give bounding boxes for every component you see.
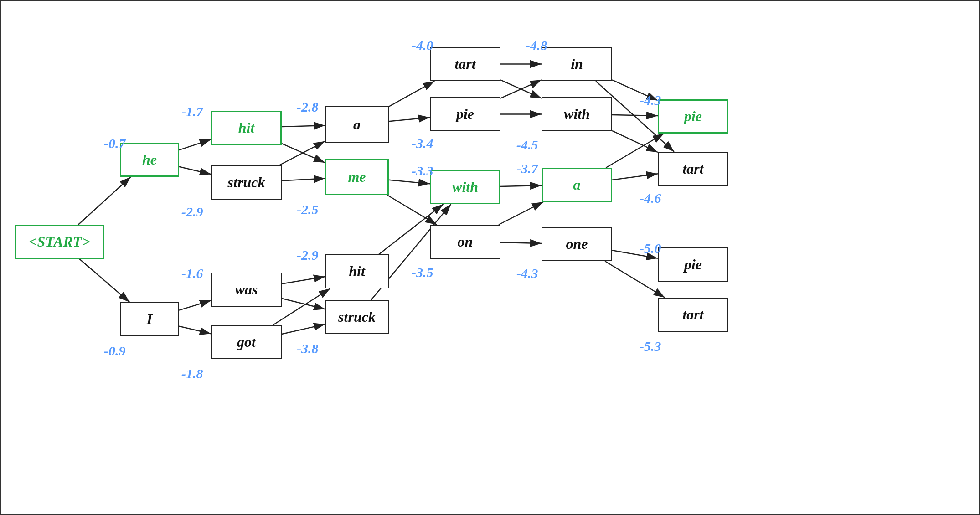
diagram-canvas: <START>heIhitstruckwasgotamehitstrucktar…: [0, 0, 980, 515]
score-s_a: -2.8: [297, 99, 319, 115]
svg-line-33: [612, 174, 658, 180]
score-s_hit1: -1.7: [181, 104, 203, 119]
score-s_with1: -3.3: [412, 163, 433, 179]
svg-line-17: [389, 180, 430, 184]
svg-line-16: [389, 118, 430, 122]
svg-line-15: [389, 81, 434, 107]
svg-line-26: [499, 202, 543, 225]
node-hit1: hit: [211, 111, 282, 145]
svg-line-2: [79, 259, 129, 302]
node-was: was: [211, 273, 282, 307]
svg-line-25: [500, 185, 542, 186]
svg-line-31: [612, 131, 658, 152]
score-s_pie3: -5.0: [640, 241, 661, 256]
node-with1: with: [430, 170, 500, 204]
node-one: one: [542, 227, 612, 261]
svg-line-10: [282, 179, 325, 181]
score-s_pie1: -3.4: [412, 136, 433, 151]
score-s_pie2: -4.3: [640, 93, 661, 108]
node-a2: a: [542, 168, 612, 202]
score-s_on: -3.5: [412, 265, 433, 280]
node-on: on: [430, 225, 500, 259]
score-s_tart2: -4.6: [640, 191, 661, 206]
svg-line-12: [282, 299, 325, 309]
node-with2: with: [542, 97, 612, 131]
score-s_was: -1.6: [181, 266, 203, 281]
node-hit2: hit: [325, 254, 389, 288]
score-s_I: -0.9: [104, 343, 126, 359]
svg-line-4: [179, 167, 211, 174]
svg-line-14: [282, 324, 325, 334]
score-s_he: -0.7: [104, 136, 126, 151]
score-s_me: -2.5: [297, 202, 319, 217]
svg-line-5: [179, 300, 211, 310]
node-a: a: [325, 106, 389, 143]
svg-line-18: [387, 195, 437, 225]
node-he: he: [120, 143, 179, 177]
svg-line-30: [612, 115, 658, 116]
score-s_one: -4.3: [516, 266, 538, 281]
node-pie3: pie: [658, 247, 728, 282]
svg-line-6: [179, 326, 211, 334]
score-s_tart3: -5.3: [640, 339, 661, 354]
node-me: me: [325, 159, 389, 195]
score-s_a2: -3.7: [516, 161, 538, 176]
svg-line-8: [282, 144, 325, 163]
node-tart1: tart: [430, 47, 500, 81]
svg-line-9: [279, 141, 325, 165]
svg-line-22: [500, 80, 542, 98]
node-start: <START>: [15, 225, 104, 259]
node-pie1: pie: [430, 97, 500, 131]
svg-line-3: [179, 139, 211, 150]
node-tart2: tart: [658, 152, 728, 186]
score-s_tart1: -4.0: [412, 38, 433, 53]
score-s_struck1: -2.9: [181, 204, 203, 220]
node-in: in: [542, 47, 612, 81]
svg-line-35: [605, 261, 665, 298]
node-struck2: struck: [325, 300, 389, 334]
svg-line-1: [78, 177, 131, 225]
node-tart3: tart: [658, 298, 728, 332]
node-struck1: struck: [211, 165, 282, 200]
score-s_with2: -4.5: [516, 137, 538, 153]
score-s_in: -4.8: [526, 38, 547, 53]
node-got: got: [211, 325, 282, 359]
svg-line-11: [282, 277, 325, 284]
score-s_got_below: -1.8: [181, 366, 203, 381]
node-I: I: [120, 302, 179, 336]
node-pie2: pie: [658, 99, 728, 134]
svg-line-32: [606, 134, 664, 168]
svg-line-27: [500, 242, 542, 243]
score-s_hit2: -2.9: [297, 247, 319, 263]
svg-line-7: [282, 125, 325, 127]
svg-line-23: [500, 80, 542, 98]
score-s_struck2: -3.8: [297, 341, 319, 356]
